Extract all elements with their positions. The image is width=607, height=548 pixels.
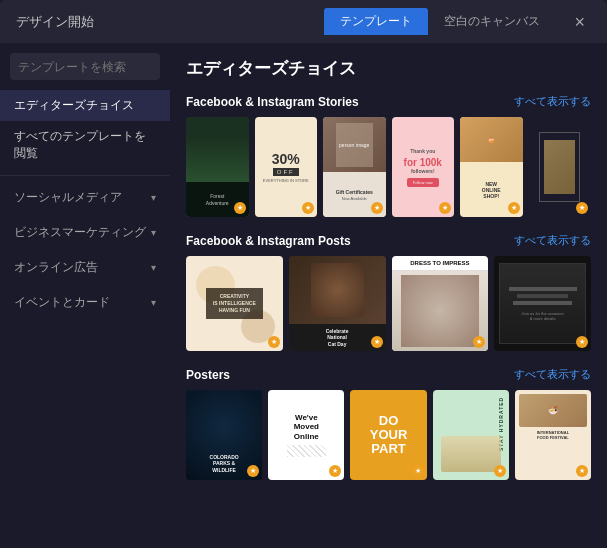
close-button[interactable]: × [568, 11, 591, 33]
story-template-2[interactable]: 30% OFF EVERYTHING IN STORE ★ [255, 117, 318, 217]
posters-templates-row: COLORADOPARKS &WILDLIFE ★ We'veMovedOnli… [186, 390, 591, 480]
modal-title: デザイン開始 [16, 13, 94, 31]
tab-blank-canvas[interactable]: 空白のキャンバス [428, 8, 556, 35]
premium-badge: ★ [576, 336, 588, 348]
premium-badge: ★ [439, 202, 451, 214]
posters-see-all[interactable]: すべて表示する [514, 367, 591, 382]
search-input[interactable] [10, 54, 160, 80]
sidebar-category-events-cards-label: イベントとカード [14, 294, 110, 311]
sidebar-item-editors-choice[interactable]: エディターズチョイス [0, 90, 170, 121]
stories-section-title: Facebook & Instagram Stories [186, 95, 359, 109]
tab-group: テンプレート 空白のキャンバス [324, 8, 556, 35]
main-content: エディターズチョイス Facebook & Instagram Stories … [170, 43, 607, 548]
sidebar-category-online-ad-label: オンライン広告 [14, 259, 98, 276]
post-template-4[interactable]: Join us for the occasion& more details ★ [494, 256, 591, 351]
sidebar-divider [0, 175, 170, 176]
sidebar-category-social-media[interactable]: ソーシャルメディア ▾ [0, 182, 170, 213]
premium-badge: ★ [508, 202, 520, 214]
chevron-down-icon: ▾ [151, 262, 156, 273]
premium-badge: ★ [234, 202, 246, 214]
premium-badge: ★ [494, 465, 506, 477]
sidebar-category-online-ad[interactable]: オンライン広告 ▾ [0, 252, 170, 283]
posts-section-header: Facebook & Instagram Posts すべて表示する [186, 233, 591, 248]
modal-header: デザイン開始 テンプレート 空白のキャンバス × [0, 0, 607, 43]
tab-template[interactable]: テンプレート [324, 8, 428, 35]
story-template-1[interactable]: ForestAdventure ★ [186, 117, 249, 217]
premium-badge: ★ [329, 465, 341, 477]
sidebar-item-all-templates[interactable]: すべてのテンプレートを閲覧 [0, 121, 170, 169]
posters-section-header: Posters すべて表示する [186, 367, 591, 382]
post-template-1[interactable]: CREATIVITYIS INTELLIGENCEHAVING FUN ★ [186, 256, 283, 351]
sidebar-category-social-media-label: ソーシャルメディア [14, 189, 122, 206]
chevron-down-icon: ▾ [151, 192, 156, 203]
design-start-modal: デザイン開始 テンプレート 空白のキャンバス × 🔍 エディターズチョイス すべ… [0, 0, 607, 548]
premium-badge: ★ [576, 465, 588, 477]
story-template-5[interactable]: 🍰 NEWONLINESHOP! ★ [460, 117, 523, 217]
search-box: 🔍 [10, 53, 160, 80]
stories-section-header: Facebook & Instagram Stories すべて表示する [186, 94, 591, 109]
story-template-4[interactable]: Thank you for 100k followers! Follow now… [392, 117, 455, 217]
poster-template-3[interactable]: DOYOURPART ★ [350, 390, 426, 480]
posts-templates-row: CREATIVITYIS INTELLIGENCEHAVING FUN ★ Ce… [186, 256, 591, 351]
sidebar: 🔍 エディターズチョイス すべてのテンプレートを閲覧 ソーシャルメディア ▾ ビ… [0, 43, 170, 548]
premium-badge: ★ [268, 336, 280, 348]
poster-template-4[interactable]: STAY HYDRATED ★ [433, 390, 509, 480]
main-title: エディターズチョイス [186, 57, 591, 80]
chevron-down-icon: ▾ [151, 297, 156, 308]
premium-badge: ★ [371, 202, 383, 214]
posts-section-title: Facebook & Instagram Posts [186, 234, 351, 248]
sidebar-category-events-cards[interactable]: イベントとカード ▾ [0, 287, 170, 318]
sidebar-category-business-marketing[interactable]: ビジネスマーケティング ▾ [0, 217, 170, 248]
story-template-3[interactable]: person image Gift Certificates Now Avail… [323, 117, 386, 217]
poster-template-5[interactable]: 🍜 INTERNATIONALFOOD FESTIVAL ★ [515, 390, 591, 480]
chevron-down-icon: ▾ [151, 227, 156, 238]
post-template-2[interactable]: CelebrateNationalCat Day ★ [289, 256, 386, 351]
story-template-6[interactable]: ★ [529, 117, 592, 217]
stories-see-all[interactable]: すべて表示する [514, 94, 591, 109]
poster-template-1[interactable]: COLORADOPARKS &WILDLIFE ★ [186, 390, 262, 480]
premium-badge: ★ [576, 202, 588, 214]
stories-templates-row: ForestAdventure ★ 30% OFF EVERYTHING IN … [186, 117, 591, 217]
posts-see-all[interactable]: すべて表示する [514, 233, 591, 248]
premium-badge: ★ [302, 202, 314, 214]
poster-template-2[interactable]: We'veMovedOnline ★ [268, 390, 344, 480]
post-template-3[interactable]: DRESS TO IMPRESS ★ [392, 256, 489, 351]
posters-section-title: Posters [186, 368, 230, 382]
premium-badge: ★ [371, 336, 383, 348]
premium-badge: ★ [412, 465, 424, 477]
modal-body: 🔍 エディターズチョイス すべてのテンプレートを閲覧 ソーシャルメディア ▾ ビ… [0, 43, 607, 548]
sidebar-category-business-marketing-label: ビジネスマーケティング [14, 224, 146, 241]
